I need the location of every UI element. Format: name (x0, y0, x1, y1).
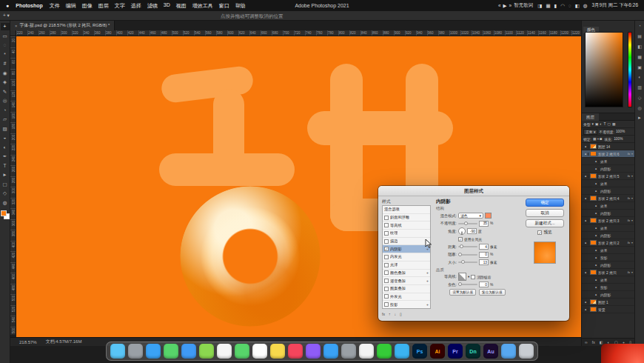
visibility-eye-icon[interactable]: ● (594, 160, 599, 163)
style-item-颜色叠加[interactable]: 颜色叠加+ (383, 270, 430, 278)
layer-thumbnail[interactable] (590, 218, 597, 223)
tool-hand[interactable]: ◇ (1, 190, 10, 197)
fill-value[interactable]: 100% (614, 137, 623, 141)
opacity-value[interactable]: 100% (616, 130, 625, 133)
collapse-effects-icon[interactable]: ▾ (631, 174, 633, 178)
tool-shape[interactable]: ▢ (1, 181, 10, 188)
tool-marquee[interactable]: ▭ (1, 33, 10, 40)
visibility-eye-icon[interactable]: ● (583, 242, 588, 244)
dock-facetime[interactable] (235, 344, 249, 359)
style-item-等高线[interactable]: 等高线 (383, 222, 430, 230)
screen-mirroring-icon[interactable]: ▦ (546, 3, 550, 9)
contour-thumbnail[interactable] (458, 273, 466, 281)
menubar-app-name[interactable]: Photoshop (16, 3, 43, 8)
dock-premiere[interactable]: Pr (448, 344, 463, 359)
panel-icon-brushes[interactable]: ◎ (637, 105, 641, 110)
chevron-down-icon[interactable]: ▾ (592, 122, 594, 126)
layer-row[interactable]: ●形状 2 拷贝 2fx▾ (582, 239, 634, 247)
tool-eraser[interactable]: ▱ (1, 116, 10, 123)
dock-finder[interactable] (110, 344, 125, 359)
layer-effects-icon[interactable]: fx (592, 340, 595, 344)
menu-3D[interactable]: 3D (164, 2, 170, 10)
menu-选择[interactable]: 选择 (131, 2, 141, 10)
document-tab[interactable]: × 字体-甜.psd @ 218.57% (形状 2 拷贝, RGB/8) * (10, 21, 115, 30)
menu-窗口[interactable]: 窗口 (219, 2, 229, 10)
add-effect-instance-icon[interactable]: + (426, 302, 429, 307)
layer-effect-row[interactable]: ●投影 (582, 254, 634, 262)
visibility-eye-icon[interactable]: ● (594, 167, 599, 170)
filter-type-icon[interactable]: T (603, 122, 606, 126)
layer-effect-row[interactable]: ●效果 (582, 247, 634, 254)
tool-blur[interactable]: ◒ (1, 134, 10, 141)
filter-pixel-icon[interactable]: ▣ (595, 122, 599, 126)
lyrics-prev-icon[interactable]: « (498, 3, 501, 8)
visibility-eye-icon[interactable]: ● (583, 153, 588, 156)
visibility-eye-icon[interactable]: ● (583, 301, 588, 304)
panel-icon-info[interactable]: ◧ (637, 44, 642, 49)
siri-icon[interactable]: ◍ (583, 3, 588, 9)
style-checkbox[interactable] (384, 239, 389, 244)
hue-slider[interactable] (628, 32, 632, 107)
filter-type-label[interactable]: 类型 (583, 122, 591, 127)
panel-icon-libraries[interactable]: ▣ (637, 64, 642, 70)
menu-帮助[interactable]: 帮助 (235, 2, 246, 10)
global-light-checkbox[interactable]: ✓ (458, 237, 463, 242)
collapse-effects-icon[interactable]: ▾ (631, 270, 633, 274)
dock-appstore[interactable] (323, 344, 338, 359)
lock-icon-1[interactable]: + (597, 137, 599, 141)
dock-notes[interactable] (270, 344, 285, 359)
dock-audition[interactable]: Au (483, 344, 498, 359)
layer-effect-row[interactable]: ●内阴影 (582, 262, 634, 269)
ok-button[interactable]: 确定 (526, 199, 564, 207)
dock-maps[interactable] (199, 344, 214, 359)
layer-effect-row[interactable]: ●内阴影 (582, 187, 634, 195)
dock-chrome[interactable] (359, 344, 374, 359)
collapse-effects-icon[interactable]: ▾ (631, 152, 633, 156)
ruler-corner[interactable] (10, 30, 16, 36)
layer-effect-row[interactable]: ●内阴影 (582, 291, 634, 299)
menu-视图[interactable]: 视图 (176, 2, 187, 10)
lyrics-next-icon[interactable]: » (509, 3, 512, 8)
visibility-eye-icon[interactable]: ● (594, 190, 599, 193)
dock-safari[interactable] (146, 344, 161, 359)
style-checkbox[interactable] (384, 223, 389, 227)
lyrics-play-icon[interactable]: ▶ (503, 3, 507, 9)
dock-photoshop[interactable]: Ps (412, 344, 427, 359)
layer-effect-row[interactable]: ●效果 (582, 224, 634, 232)
visibility-eye-icon[interactable]: ● (583, 197, 588, 200)
panel-icon-properties[interactable]: ▤ (637, 33, 642, 39)
tool-history-brush[interactable]: ◔ (1, 107, 10, 114)
style-item-渐变叠加[interactable]: 渐变叠加+ (383, 277, 430, 285)
layer-row[interactable]: ●形状 2 拷贝fx▾ (582, 269, 634, 276)
panel-icon-actions[interactable]: ► (637, 116, 642, 120)
input-source-icon[interactable]: ◨ (537, 3, 542, 9)
tool-brush[interactable]: ✎ (1, 88, 10, 96)
control-center-icon[interactable]: ◧ (575, 3, 580, 9)
add-effect-instance-icon[interactable]: + (426, 279, 429, 283)
layer-thumbnail[interactable] (590, 307, 597, 312)
style-item-外发光[interactable]: 外发光 (383, 293, 430, 302)
style-checkbox[interactable] (384, 294, 389, 299)
panel-icon-adjustments[interactable]: ◐ (638, 75, 641, 79)
menu-增效工具[interactable]: 增效工具 (192, 2, 213, 10)
tool-lasso[interactable]: ◌ (1, 41, 10, 49)
style-item-描边[interactable]: 描边+ (383, 238, 430, 246)
visibility-eye-icon[interactable]: ● (594, 286, 599, 289)
antialias-checkbox[interactable] (471, 275, 475, 279)
move-down-icon[interactable]: ↓ (394, 312, 396, 316)
dock-qq[interactable] (395, 344, 409, 359)
ruler-horizontal[interactable]: 2202402602803003203403603804004204404604… (16, 30, 581, 36)
preview-checkbox[interactable]: ✓ (537, 230, 542, 235)
dock-podcasts[interactable] (306, 344, 321, 359)
visibility-eye-icon[interactable]: ● (594, 264, 599, 267)
menu-图层[interactable]: 图层 (98, 2, 109, 10)
style-checkbox[interactable] (384, 279, 389, 283)
tool-clone-stamp[interactable]: ◎ (1, 97, 10, 104)
tool-type[interactable]: T (1, 162, 10, 170)
panel-icon-history[interactable]: ◔ (638, 24, 641, 28)
visibility-eye-icon[interactable]: ● (594, 212, 599, 215)
dock-mail[interactable] (181, 344, 196, 359)
zoom-level[interactable]: 218.57% (19, 340, 37, 344)
layer-row[interactable]: ●形状 2 拷贝 5fx▾ (582, 173, 634, 180)
visibility-eye-icon[interactable]: ● (594, 293, 599, 296)
